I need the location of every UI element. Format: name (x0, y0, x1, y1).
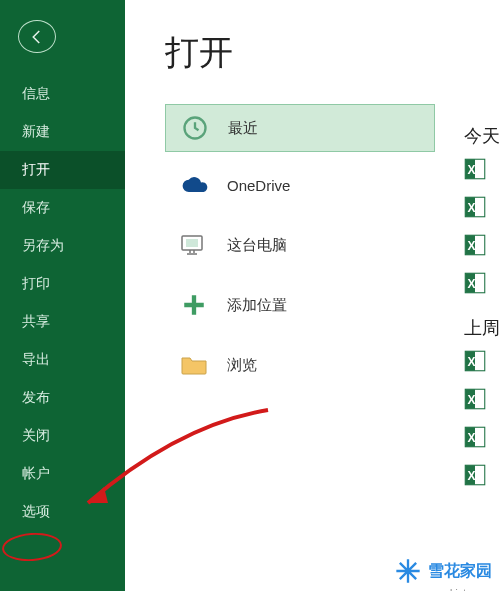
page-title: 打开 (165, 30, 500, 76)
svg-rect-2 (186, 239, 198, 247)
nav-close[interactable]: 关闭 (0, 417, 125, 455)
nav-share[interactable]: 共享 (0, 303, 125, 341)
open-source-list: 最近 OneDrive 这台电脑 添加位置 (165, 104, 435, 398)
back-button[interactable] (18, 20, 56, 53)
source-label: 浏览 (227, 356, 257, 375)
svg-point-28 (406, 569, 411, 574)
svg-text:X: X (467, 431, 475, 445)
nav-open[interactable]: 打开 (0, 151, 125, 189)
snowflake-icon (394, 557, 422, 585)
nav-save[interactable]: 保存 (0, 189, 125, 227)
sidebar: 信息 新建 打开 保存 另存为 打印 共享 导出 发布 关闭 帐户 选项 (0, 0, 125, 591)
excel-file-icon[interactable]: X (462, 424, 488, 454)
group-today: 今天 (464, 124, 500, 148)
nav-print[interactable]: 打印 (0, 265, 125, 303)
svg-text:X: X (467, 163, 475, 177)
excel-file-icon[interactable]: X (462, 348, 488, 378)
nav-export[interactable]: 导出 (0, 341, 125, 379)
group-lastweek: 上周 (464, 316, 500, 340)
svg-text:X: X (467, 393, 475, 407)
main-panel: 打开 最近 OneDrive 这台电脑 (125, 0, 500, 591)
source-label: OneDrive (227, 177, 290, 194)
nav-tail: 帐户 选项 (0, 455, 125, 591)
folder-icon (179, 350, 209, 380)
nav-options[interactable]: 选项 (0, 493, 125, 531)
source-browse[interactable]: 浏览 (165, 338, 435, 392)
pc-icon (179, 230, 209, 260)
arrow-left-icon (28, 28, 46, 46)
svg-text:X: X (467, 201, 475, 215)
svg-text:X: X (467, 469, 475, 483)
excel-file-icon[interactable]: X (462, 232, 488, 262)
nav-publish[interactable]: 发布 (0, 379, 125, 417)
excel-file-icon[interactable]: X (462, 386, 488, 416)
source-recent[interactable]: 最近 (165, 104, 435, 152)
source-label: 这台电脑 (227, 236, 287, 255)
source-onedrive[interactable]: OneDrive (165, 158, 435, 212)
svg-text:X: X (467, 239, 475, 253)
excel-file-icon[interactable]: X (462, 194, 488, 224)
svg-text:X: X (467, 277, 475, 291)
excel-file-icon[interactable]: X (462, 462, 488, 492)
source-thispc[interactable]: 这台电脑 (165, 218, 435, 272)
clock-icon (180, 113, 210, 143)
excel-file-icon[interactable]: X (462, 156, 488, 186)
watermark: 雪花家园 www.xhjaty.com (394, 557, 492, 585)
recent-files-column: 今天 X X X X 上周 X X X X (462, 114, 500, 498)
cloud-icon (179, 170, 209, 200)
source-addplace[interactable]: 添加位置 (165, 278, 435, 332)
excel-file-icon[interactable]: X (462, 270, 488, 300)
watermark-text: 雪花家园 (428, 561, 492, 582)
source-label: 添加位置 (227, 296, 287, 315)
nav-saveas[interactable]: 另存为 (0, 227, 125, 265)
nav-items: 信息 新建 打开 保存 另存为 打印 共享 导出 发布 关闭 (0, 75, 125, 455)
backstage-view: 信息 新建 打开 保存 另存为 打印 共享 导出 发布 关闭 帐户 选项 打开 … (0, 0, 500, 591)
plus-icon (179, 290, 209, 320)
svg-text:X: X (467, 355, 475, 369)
nav-new[interactable]: 新建 (0, 113, 125, 151)
source-label: 最近 (228, 119, 258, 138)
nav-info[interactable]: 信息 (0, 75, 125, 113)
nav-account[interactable]: 帐户 (0, 455, 125, 493)
